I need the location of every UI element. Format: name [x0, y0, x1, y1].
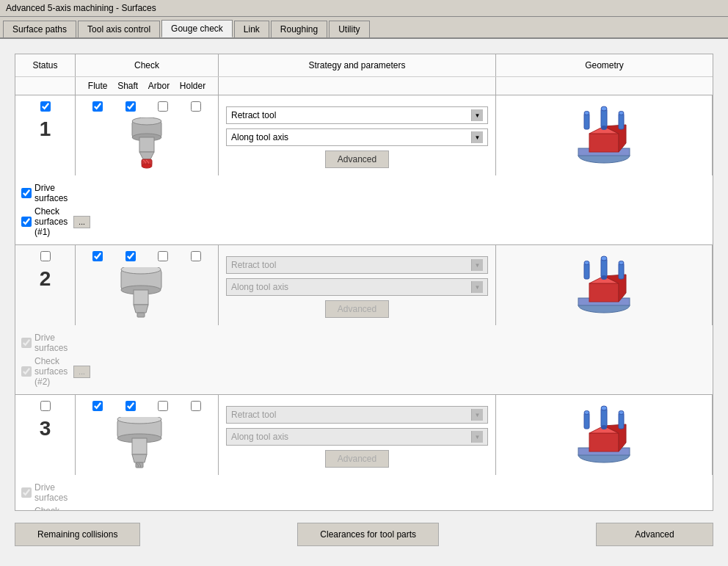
tab-link[interactable]: Link [234, 21, 269, 37]
status-cell-3: 3 [15, 395, 76, 475]
title-bar: Advanced 5-axis machining - Surfaces [0, 0, 728, 17]
drive-check-1[interactable] [21, 188, 32, 198]
dropdown1-1[interactable]: Retract tool ▼ [226, 106, 488, 124]
dropdown1-2-arrow: ▼ [471, 259, 483, 271]
preview-svg-2 [571, 253, 637, 319]
svg-rect-17 [619, 113, 624, 129]
arbor-check-2[interactable] [158, 251, 168, 261]
tab-utility[interactable]: Utility [329, 21, 369, 37]
dropdown2-1[interactable]: Along tool axis ▼ [226, 128, 488, 146]
preview-cell-3 [496, 395, 713, 475]
geo-row-check-3: Check surfaces (#3) ... [21, 506, 70, 511]
dropdown1-2[interactable]: Retract tool ▼ [226, 256, 488, 274]
svg-point-36 [619, 261, 624, 264]
svg-rect-15 [584, 113, 589, 129]
status-checkbox-2[interactable] [40, 251, 51, 261]
advanced-button-3[interactable]: Advanced [325, 450, 389, 468]
svg-point-1 [132, 117, 161, 125]
svg-point-52 [584, 410, 589, 414]
header-check: Check [76, 54, 219, 76]
drive-check-2[interactable] [21, 338, 32, 348]
svg-rect-45 [589, 433, 619, 451]
tab-tool-axis-control[interactable]: Tool axis control [78, 21, 160, 37]
check-row-3 [81, 401, 212, 411]
geo-ellipsis-2[interactable]: ... [73, 366, 90, 378]
arbor-check-1[interactable] [158, 101, 168, 112]
status-checkbox-1[interactable] [40, 101, 51, 112]
svg-rect-22 [134, 290, 148, 305]
geo-row-drive-1: Drive surfaces [21, 183, 70, 203]
check-surf-label-3: Check surfaces (#3) [34, 506, 68, 511]
dropdown1-3[interactable]: Retract tool ▼ [226, 406, 488, 424]
arbor-check-3[interactable] [158, 401, 168, 411]
geo-row-drive-2: Drive surfaces [21, 333, 70, 353]
sub-geo-spacer [496, 77, 713, 95]
svg-point-31 [601, 256, 607, 261]
tab-surface-paths[interactable]: Surface paths [3, 21, 76, 37]
svg-rect-53 [619, 413, 624, 429]
header-geometry: Geometry [496, 54, 713, 76]
check-cell-2 [76, 245, 219, 325]
sub-status-spacer [15, 77, 76, 95]
tab-bar: Surface paths Tool axis control Gouge ch… [0, 17, 728, 39]
tool-image-2 [88, 266, 205, 319]
dropdown1-1-arrow: ▼ [471, 109, 483, 121]
status-cell-1: 1 [15, 95, 76, 175]
check-surf-1[interactable] [21, 217, 32, 227]
svg-rect-30 [601, 258, 607, 277]
holder-check-3[interactable] [191, 401, 201, 411]
flute-check-3[interactable] [92, 401, 103, 411]
advanced-bottom-button[interactable]: Advanced [596, 523, 713, 546]
svg-point-13 [601, 106, 607, 111]
shaft-check-3[interactable] [125, 401, 136, 411]
row-number-1: 1 [40, 117, 51, 141]
holder-check-1[interactable] [191, 101, 201, 112]
dropdown2-2-arrow: ▼ [471, 281, 483, 293]
holder-check-2[interactable] [191, 251, 201, 261]
flute-check-1[interactable] [92, 101, 103, 112]
check-surf-2[interactable] [21, 366, 32, 377]
remaining-collisions-button[interactable]: Remaining collisions [15, 523, 140, 546]
status-checkbox-3[interactable] [40, 401, 51, 411]
table-row: 1 [15, 95, 713, 245]
advanced-button-1[interactable]: Advanced [325, 150, 389, 168]
drive-check-3[interactable] [21, 487, 32, 498]
tab-gouge-check[interactable]: Gouge check [161, 20, 233, 37]
sub-header-row: Flute Shaft Arbor Holder [15, 77, 713, 95]
dropdown2-2[interactable]: Along tool axis ▼ [226, 278, 488, 296]
geo-ellipsis-1[interactable]: ... [73, 216, 90, 228]
shaft-check-2[interactable] [125, 251, 136, 261]
flute-check-2[interactable] [92, 251, 103, 261]
table-body: 1 [15, 95, 713, 511]
table-header: Status Check Strategy and parameters Geo… [15, 54, 713, 77]
clearances-button[interactable]: Clearances for tool parts [297, 523, 439, 546]
svg-point-34 [584, 261, 589, 264]
tool-svg-2 [88, 267, 205, 319]
svg-point-18 [619, 111, 624, 115]
svg-point-14 [601, 126, 607, 130]
check-cell-1 [76, 95, 219, 175]
svg-point-6 [142, 164, 152, 168]
dropdown2-3[interactable]: Along tool axis ▼ [226, 428, 488, 446]
svg-point-20 [121, 267, 161, 274]
svg-rect-40 [132, 438, 147, 454]
table-row: 3 [15, 395, 713, 511]
strategy-cell-1: Retract tool ▼ Along tool axis ▼ Advance… [219, 95, 496, 175]
geo-row-check-1: Check surfaces (#1) ... [21, 206, 70, 237]
svg-rect-33 [584, 263, 589, 279]
check-cell-3 [76, 395, 219, 475]
header-status: Status [15, 54, 76, 76]
geometry-cell-2: Drive surfaces Check surfaces (#2) ... [15, 325, 76, 394]
table-row: 2 [15, 245, 713, 395]
advanced-button-2[interactable]: Advanced [325, 300, 389, 318]
dropdown2-1-arrow: ▼ [471, 131, 483, 143]
svg-rect-51 [584, 413, 589, 429]
strategy-cell-3: Retract tool ▼ Along tool axis ▼ Advance… [219, 395, 496, 475]
tab-roughing[interactable]: Roughing [271, 21, 327, 37]
check-row-2 [81, 251, 212, 261]
tool-image-3 [88, 416, 205, 469]
preview-svg-1 [571, 103, 637, 169]
svg-point-49 [601, 406, 607, 410]
bottom-buttons: Remaining collisions Clearances for tool… [15, 511, 713, 546]
shaft-check-1[interactable] [125, 101, 136, 112]
